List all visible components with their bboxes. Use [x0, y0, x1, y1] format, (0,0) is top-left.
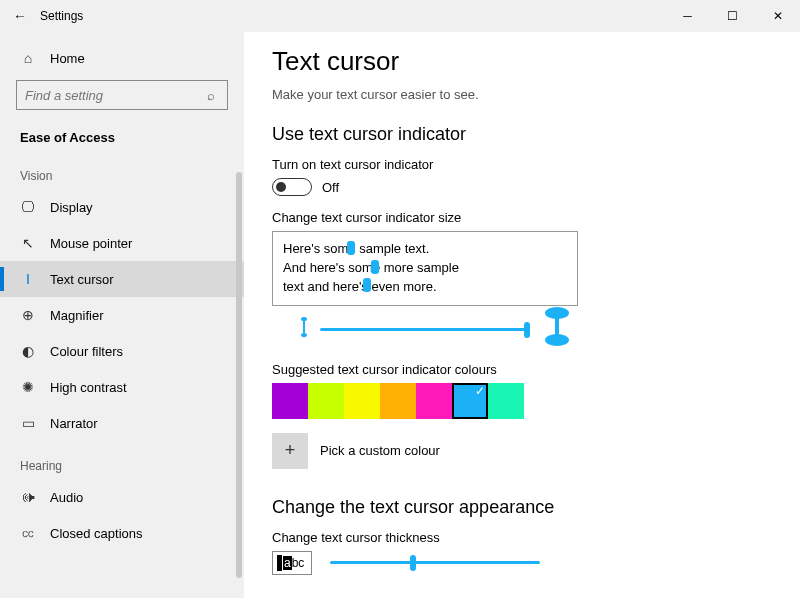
sidebar-item-colour-filters[interactable]: ◐ Colour filters	[0, 333, 244, 369]
display-icon: 🖵	[20, 199, 36, 215]
section-vision: Vision	[0, 151, 244, 189]
text-cursor-icon: I	[20, 271, 36, 287]
swatch-magenta[interactable]	[416, 383, 452, 419]
sidebar-item-closed-captions[interactable]: ㏄ Closed captions	[0, 515, 244, 551]
sidebar-item-label: High contrast	[50, 380, 127, 395]
toggle-state: Off	[322, 180, 339, 195]
cursor-indicator-sample	[347, 241, 355, 255]
swatch-teal[interactable]	[488, 383, 524, 419]
sidebar-item-label: Audio	[50, 490, 83, 505]
sample-text-box: Here's some sample text. And here's some…	[272, 231, 578, 306]
pick-custom-colour-button[interactable]: +	[272, 433, 308, 469]
sidebar-scrollbar[interactable]	[236, 172, 242, 578]
search-icon: ⌕	[203, 88, 219, 103]
section-hearing: Hearing	[0, 441, 244, 479]
sidebar: ⌂ Home ⌕ Ease of Access Vision 🖵 Display…	[0, 32, 244, 598]
sidebar-item-display[interactable]: 🖵 Display	[0, 189, 244, 225]
indicator-size-slider[interactable]	[320, 328, 530, 331]
audio-icon: 🕪	[20, 489, 36, 505]
back-button[interactable]: ←	[0, 8, 40, 24]
svg-rect-1	[303, 319, 305, 333]
small-indicator-icon	[300, 316, 306, 343]
thick-cursor-bar	[277, 555, 282, 571]
sidebar-item-audio[interactable]: 🕪 Audio	[0, 479, 244, 515]
page-subtitle: Make your text cursor easier to see.	[272, 87, 772, 102]
search-input[interactable]	[25, 88, 203, 103]
sidebar-item-text-cursor[interactable]: I Text cursor	[0, 261, 244, 297]
swatch-yellow[interactable]	[344, 383, 380, 419]
sidebar-item-narrator[interactable]: ▭ Narrator	[0, 405, 244, 441]
page-title: Text cursor	[272, 46, 772, 77]
swatch-purple[interactable]	[272, 383, 308, 419]
sidebar-item-mouse-pointer[interactable]: ↖ Mouse pointer	[0, 225, 244, 261]
large-indicator-icon	[544, 316, 566, 344]
home-button[interactable]: ⌂ Home	[0, 40, 244, 76]
custom-colour-label: Pick a custom colour	[320, 443, 440, 458]
search-box[interactable]: ⌕	[16, 80, 228, 110]
size-label: Change text cursor indicator size	[272, 210, 772, 225]
svg-point-5	[545, 334, 569, 346]
sidebar-item-label: Text cursor	[50, 272, 114, 287]
swatch-orange[interactable]	[380, 383, 416, 419]
sidebar-item-magnifier[interactable]: ⊕ Magnifier	[0, 297, 244, 333]
content: Text cursor Make your text cursor easier…	[244, 32, 800, 598]
high-contrast-icon: ✺	[20, 379, 36, 395]
thickness-preview: abc	[272, 551, 312, 575]
home-label: Home	[50, 51, 85, 66]
app-title: Settings	[40, 9, 83, 23]
narrator-icon: ▭	[20, 415, 36, 431]
swatch-lime[interactable]	[308, 383, 344, 419]
sidebar-item-label: Narrator	[50, 416, 98, 431]
colour-swatches	[272, 383, 772, 419]
ease-of-access-label: Ease of Access	[0, 120, 244, 151]
svg-point-2	[301, 333, 307, 337]
colours-label: Suggested text cursor indicator colours	[272, 362, 772, 377]
section-indicator-heading: Use text cursor indicator	[272, 124, 772, 145]
sidebar-item-label: Mouse pointer	[50, 236, 132, 251]
cursor-indicator-sample	[371, 260, 379, 274]
home-icon: ⌂	[20, 50, 36, 66]
colour-filters-icon: ◐	[20, 343, 36, 359]
indicator-toggle[interactable]	[272, 178, 312, 196]
sidebar-item-label: Magnifier	[50, 308, 103, 323]
sidebar-item-label: Closed captions	[50, 526, 143, 541]
maximize-button[interactable]: ☐	[710, 0, 755, 32]
section-appearance-heading: Change the text cursor appearance	[272, 497, 772, 518]
magnifier-icon: ⊕	[20, 307, 36, 323]
closed-captions-icon: ㏄	[20, 525, 36, 541]
svg-rect-4	[555, 313, 559, 337]
thickness-slider[interactable]	[330, 561, 540, 564]
sidebar-item-high-contrast[interactable]: ✺ High contrast	[0, 369, 244, 405]
swatch-blue[interactable]	[452, 383, 488, 419]
toggle-label: Turn on text cursor indicator	[272, 157, 772, 172]
thickness-label: Change text cursor thickness	[272, 530, 772, 545]
minimize-button[interactable]: ─	[665, 0, 710, 32]
mouse-pointer-icon: ↖	[20, 235, 36, 251]
close-button[interactable]: ✕	[755, 0, 800, 32]
titlebar: ← Settings ─ ☐ ✕	[0, 0, 800, 32]
cursor-indicator-sample	[363, 278, 371, 292]
sidebar-item-label: Display	[50, 200, 93, 215]
sidebar-item-label: Colour filters	[50, 344, 123, 359]
